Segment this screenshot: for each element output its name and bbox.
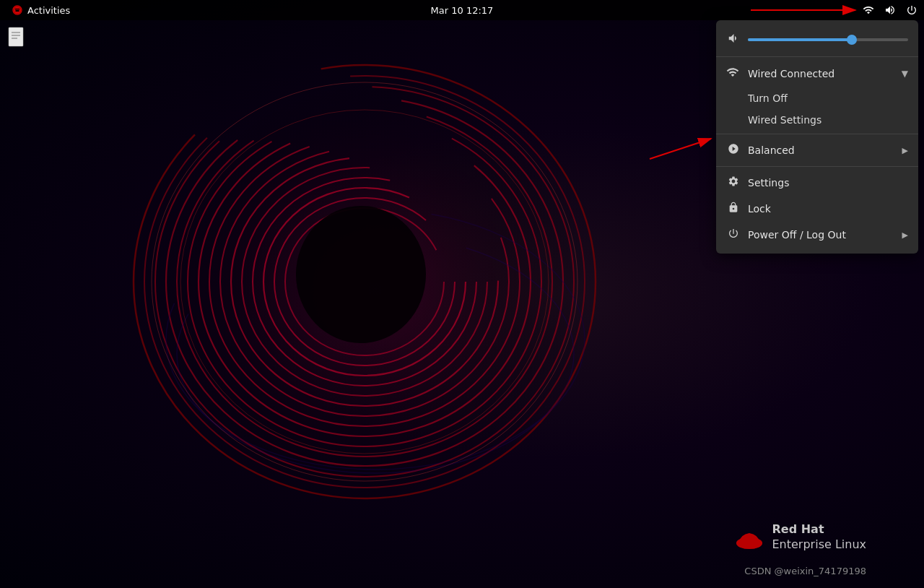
lock-item[interactable]: Lock <box>716 196 918 222</box>
svg-point-2 <box>144 76 585 488</box>
svg-point-12 <box>253 178 476 386</box>
shutdown-icon <box>728 228 739 239</box>
file-document-icon <box>6 26 29 52</box>
balanced-icon <box>726 143 741 157</box>
svg-line-30 <box>650 139 711 159</box>
wired-network-icon <box>726 66 741 82</box>
csdn-watermark: CSDN @weixin_74179198 <box>744 566 866 576</box>
turn-off-label: Turn Off <box>748 92 788 104</box>
svg-point-6 <box>188 117 541 446</box>
svg-point-11 <box>242 168 487 396</box>
svg-point-18 <box>152 82 578 481</box>
power-profile-icon <box>728 143 739 155</box>
wired-settings-item[interactable]: Wired Settings <box>716 109 918 131</box>
power-icon <box>906 4 918 16</box>
turn-off-item[interactable]: Turn Off <box>716 87 918 109</box>
topbar-datetime: Mar 10 12:17 <box>431 5 494 16</box>
separator-3 <box>716 166 918 167</box>
redhat-logo-icon <box>12 4 23 16</box>
redhat-line2: Enterprise Linux <box>772 537 867 553</box>
activities-button[interactable]: Activities <box>6 0 76 20</box>
svg-point-19 <box>180 110 549 454</box>
svg-point-1 <box>134 65 596 498</box>
redhat-line1: Red Hat <box>772 522 867 537</box>
power-tray-icon[interactable] <box>902 0 921 20</box>
svg-point-20 <box>296 206 426 343</box>
power-off-arrow-icon: ▶ <box>902 230 908 240</box>
svg-point-14 <box>274 198 455 366</box>
wired-connected-header[interactable]: Wired Connected ▼ <box>716 60 918 87</box>
svg-point-17 <box>177 235 574 473</box>
topbar: Activities Mar 10 12:17 <box>0 0 924 20</box>
settings-label: Settings <box>748 177 908 189</box>
separator-1 <box>716 56 918 57</box>
volume-thumb[interactable] <box>847 35 857 45</box>
lock-label: Lock <box>748 203 908 215</box>
power-off-label: Power Off / Log Out <box>748 229 895 241</box>
svg-point-7 <box>199 127 531 436</box>
network-tray-icon[interactable] <box>859 0 878 20</box>
svg-rect-0 <box>94 36 635 563</box>
speaker-icon <box>726 32 739 45</box>
svg-point-26 <box>736 537 762 549</box>
svg-point-16 <box>166 209 585 470</box>
padlock-icon <box>728 202 739 213</box>
network-icon <box>863 4 874 16</box>
svg-point-4 <box>166 98 563 466</box>
volume-tray-icon[interactable] <box>881 0 899 20</box>
settings-gear-icon <box>726 176 741 190</box>
volume-row <box>716 26 918 53</box>
separator-2 <box>716 134 918 134</box>
power-off-item[interactable]: Power Off / Log Out ▶ <box>716 222 918 248</box>
svg-point-15 <box>285 208 444 355</box>
topbar-right <box>859 0 924 20</box>
topbar-left: Activities <box>0 0 76 20</box>
wired-connected-label: Wired Connected <box>748 68 894 79</box>
settings-item[interactable]: Settings <box>716 170 918 196</box>
svg-point-9 <box>220 147 509 416</box>
activities-label: Activities <box>27 5 70 16</box>
svg-point-10 <box>231 157 498 406</box>
balanced-item[interactable]: Balanced ▶ <box>716 137 918 163</box>
svg-point-8 <box>209 137 520 426</box>
svg-point-3 <box>155 87 574 477</box>
ethernet-icon <box>726 66 739 79</box>
desktop: Activities Mar 10 12:17 <box>0 0 924 588</box>
balanced-arrow-icon: ▶ <box>902 146 908 155</box>
redhat-hat-logo <box>733 522 765 553</box>
volume-icon <box>884 4 896 16</box>
balanced-label: Balanced <box>748 144 895 156</box>
power-off-icon <box>726 228 741 242</box>
volume-slider[interactable] <box>748 38 908 41</box>
gear-icon <box>728 176 739 187</box>
wired-settings-label: Wired Settings <box>748 114 821 126</box>
volume-mute-icon <box>726 32 741 48</box>
swirl-graphic <box>94 36 635 563</box>
system-menu: Wired Connected ▼ Turn Off Wired Setting… <box>716 20 918 254</box>
redhat-branding: Red Hat Enterprise Linux <box>733 522 867 553</box>
volume-fill <box>748 38 852 41</box>
svg-rect-21 <box>9 27 23 46</box>
svg-point-5 <box>177 107 552 457</box>
svg-point-13 <box>263 188 466 376</box>
wired-expand-icon: ▼ <box>902 69 908 79</box>
desktop-file-icon[interactable] <box>6 26 29 52</box>
redhat-text: Red Hat Enterprise Linux <box>772 522 867 553</box>
lock-icon <box>726 202 741 216</box>
